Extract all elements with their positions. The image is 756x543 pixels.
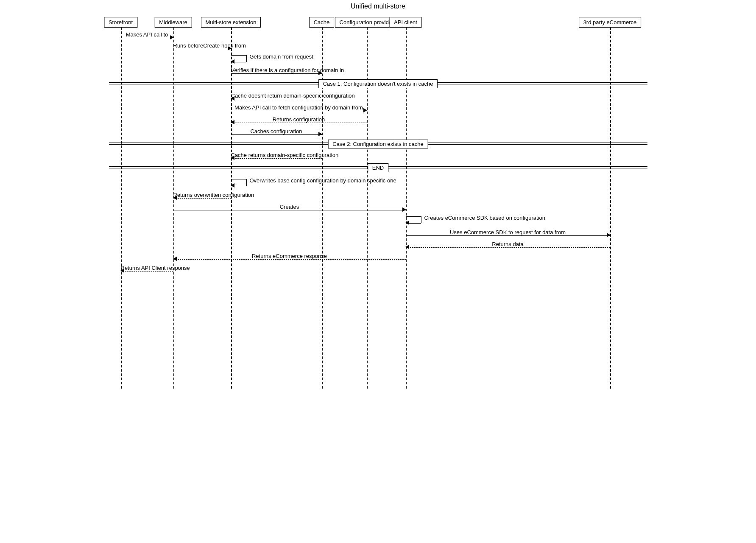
message-label: Verifies if there is a configuration for… [231, 67, 322, 73]
divider-label: Case 2: Configuration exists in cache [328, 140, 428, 148]
return-message: Cache doesn't return domain-specific con… [231, 94, 322, 100]
message: Verifies if there is a configuration for… [231, 69, 322, 75]
message-label: Gets domain from request [250, 53, 313, 60]
message-label: Returns overwritten configuration [173, 192, 231, 198]
message-label: Makes API call to fetch configuration by… [231, 104, 367, 111]
message: Creates [173, 205, 406, 211]
participant-middleware: Middleware [154, 17, 192, 28]
message: Runs beforeCreate hook from [173, 44, 231, 50]
message-label: Returns API Client response [121, 265, 173, 271]
return-message: Cache returns domain-specific configurat… [231, 154, 322, 160]
message-label: Runs beforeCreate hook from [173, 42, 231, 49]
message: Caches configuration [231, 130, 322, 136]
message: Makes API call to [121, 33, 173, 39]
message: Makes API call to fetch configuration by… [231, 106, 367, 112]
message: Uses eCommerce SDK to request for data f… [406, 231, 610, 237]
return-message: Returns configuration [231, 118, 367, 124]
participant-3rd-party-ecommerce: 3rd party eCommerce [579, 17, 642, 28]
divider: Case 2: Configuration exists in cache [109, 141, 647, 147]
message-label: Makes API call to [121, 31, 173, 38]
divider: END [109, 165, 647, 171]
message-label: Caches configuration [231, 128, 322, 134]
message-label: Returns data [406, 241, 610, 247]
diagram-title: Unified multi-store [107, 3, 650, 10]
divider-label: END [368, 163, 388, 172]
message-label: Creates eCommerce SDK based on configura… [424, 215, 545, 221]
return-message: Returns data [406, 243, 610, 249]
participant-api-client: API client [389, 17, 422, 28]
message-label: Returns eCommerce response [173, 253, 406, 259]
participant-multi-store-extension: Multi-store extension [201, 17, 261, 28]
return-message: Returns overwritten configuration [173, 193, 231, 199]
message-label: Cache doesn't return domain-specific con… [231, 92, 322, 99]
participant-storefront: Storefront [104, 17, 137, 28]
message-label: Creates [173, 204, 406, 210]
message-label: Uses eCommerce SDK to request for data f… [406, 229, 610, 235]
divider-label: Case 1: Configuration doesn't exists in … [318, 79, 438, 88]
return-message: Returns API Client response [121, 266, 173, 272]
participant-configuration-provider: Configuration provider [335, 17, 399, 28]
message-label: Overwrites base config configuration by … [250, 177, 396, 184]
message-label: Cache returns domain-specific configurat… [231, 152, 322, 158]
message-label: Returns configuration [231, 116, 367, 123]
participant-cache: Cache [309, 17, 335, 28]
divider: Case 1: Configuration doesn't exists in … [109, 81, 647, 87]
sequence-diagram: Unified multi-store Storefront Middlewar… [107, 0, 650, 390]
return-message: Returns eCommerce response [173, 255, 406, 260]
